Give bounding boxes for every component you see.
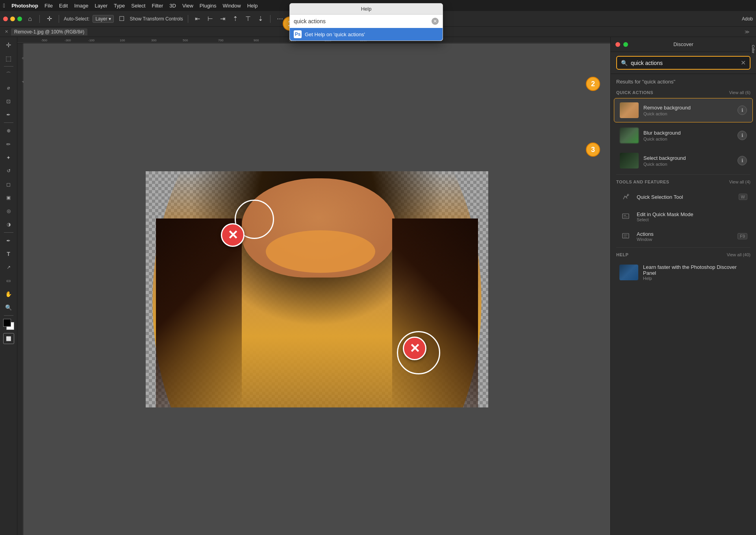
align-center-h-icon[interactable]: ⊢ [206,14,215,24]
quick-select-tool[interactable]: ⌀ [2,81,15,94]
healing-brush-tool[interactable]: ⊕ [2,124,15,137]
subject-hair-left [156,218,242,407]
svg-rect-20 [624,235,628,235]
clone-stamp-tool[interactable]: ✦ [2,151,15,164]
help-search-row: ✕ [290,15,443,28]
help-clear-button[interactable]: ✕ [432,18,439,25]
traffic-lights [3,17,22,21]
annotation-3: 3 [586,143,600,157]
text-tool[interactable]: T [2,248,15,260]
adobe-label: Adob [742,16,753,22]
move-tool-icon[interactable]: ✛ [44,14,54,24]
eraser-tool[interactable]: ◻ [2,178,15,191]
remove-marker-1: ✕ [221,223,245,247]
menu-file[interactable]: File [44,3,53,9]
minimize-button[interactable] [10,17,15,21]
quick-selection-info: Quick Selection Tool [637,194,734,200]
menu-plugins[interactable]: Plugins [200,3,217,9]
home-icon[interactable]: ⌂ [25,14,35,24]
quick-mask-icon[interactable]: ⬜ [3,333,14,344]
help-result-item[interactable]: Ps Get Help on 'quick actions' [290,28,443,41]
dodge-tool[interactable]: ◑ [2,218,15,231]
discover-close-button[interactable] [615,42,620,47]
action-blur-background[interactable]: Blur background Quick action ℹ [614,123,753,148]
blur-background-thumb [620,128,639,143]
transform-label: Show Transform Controls [130,16,183,22]
close-tab-icon[interactable]: ✕ [3,29,9,34]
discover-search-input[interactable] [631,60,737,66]
svg-text:300: 300 [151,39,157,42]
document-tab[interactable]: Remove-1.jpg @ 100% (RGB/8#) [11,28,87,35]
align-middle-v-icon[interactable]: ⊤ [243,14,253,24]
eyedropper-tool[interactable]: ✒ [2,108,15,121]
discover-search-clear[interactable]: ✕ [741,59,746,67]
color-panel-label[interactable]: Color [750,43,756,55]
menu-select[interactable]: Select [131,3,145,9]
brush-tool[interactable]: ✏ [2,138,15,150]
align-top-icon[interactable]: ⇡ [231,14,240,24]
move-tool[interactable]: ✛ [2,39,15,51]
align-right-icon[interactable]: ⇥ [218,14,228,24]
photoshop-icon: Ps [294,30,302,38]
tool-sep-3 [4,232,13,233]
menu-edit[interactable]: Edit [59,3,68,9]
menu-view[interactable]: View [182,3,193,9]
discover-maximize-button[interactable] [623,42,628,47]
foreground-color[interactable] [3,319,11,327]
help-learn-faster[interactable]: Learn faster with the Photoshop Discover… [614,260,753,285]
tool-sep-2 [4,122,13,123]
remove-background-info-btn[interactable]: ℹ [737,106,747,115]
blur-tool[interactable]: ◎ [2,205,15,217]
feature-quick-selection[interactable]: Quick Selection Tool W [614,187,753,206]
help-result-text: Get Help on 'quick actions' [305,31,365,37]
align-left-icon[interactable]: ⇤ [193,14,202,24]
help-view-all[interactable]: View all (40) [727,252,750,257]
menu-3d[interactable]: 3D [169,3,176,9]
close-button[interactable] [3,17,8,21]
quick-actions-view-all[interactable]: View all (6) [729,90,750,95]
annotation-2: 2 [586,77,600,91]
foreground-background-colors[interactable] [3,319,14,330]
crop-tool[interactable]: ⊡ [2,95,15,107]
menu-layer[interactable]: Layer [95,3,108,9]
marquee-tool[interactable]: ⬚ [2,52,15,65]
shape-tool[interactable]: ▭ [2,274,15,287]
transform-checkbox[interactable]: ☐ [117,14,126,24]
align-bottom-icon[interactable]: ⇣ [256,14,265,24]
hand-tool[interactable]: ✋ [2,288,15,300]
select-background-info-btn[interactable]: ℹ [737,156,747,165]
blur-background-info-btn[interactable]: ℹ [737,131,747,140]
action-remove-background[interactable]: Remove background Quick action ℹ [614,98,753,122]
help-learn-info: Learn faster with the Photoshop Discover… [643,264,747,281]
menu-help[interactable]: Help [247,3,258,9]
section-divider-2 [616,247,750,248]
layer-dropdown[interactable]: Layer ▾ [93,15,114,23]
menu-window[interactable]: Window [222,3,241,9]
feature-actions[interactable]: Actions Window F9 [614,227,753,246]
help-popup-title: Help [361,6,372,12]
auto-select-label: Auto-Select: [64,16,89,22]
actions-name: Actions [637,231,733,237]
help-search-input[interactable] [294,18,428,24]
zoom-tool[interactable]: 🔍 [2,301,15,314]
path-selection-tool[interactable]: ↗ [2,261,15,274]
discover-search-box[interactable]: 🔍 ✕ [616,56,750,70]
tools-features-view-all[interactable]: View all (4) [729,180,750,184]
arrange-icon[interactable]: ≫ [741,29,753,35]
feature-quick-mask[interactable]: Edit in Quick Mask Mode Select [614,207,753,226]
help-learn-thumb [619,265,638,280]
canvas-image [146,171,488,407]
gradient-tool[interactable]: ▣ [2,191,15,204]
toolbar-sep-4 [270,15,271,23]
action-select-background[interactable]: Select background Quick action ℹ [614,148,753,173]
history-brush-tool[interactable]: ↺ [2,165,15,177]
svg-text:-500: -500 [41,39,48,42]
lasso-tool[interactable]: ⌒ [2,68,15,81]
search-icon: 🔍 [621,60,628,66]
discover-panel: Discover 🔍 ✕ Results for "quick actions"… [610,37,756,535]
menu-image[interactable]: Image [74,3,88,9]
menu-filter[interactable]: Filter [152,3,163,9]
maximize-button[interactable] [17,17,22,21]
pen-tool[interactable]: ✒ [2,234,15,247]
menu-type[interactable]: Type [114,3,125,9]
